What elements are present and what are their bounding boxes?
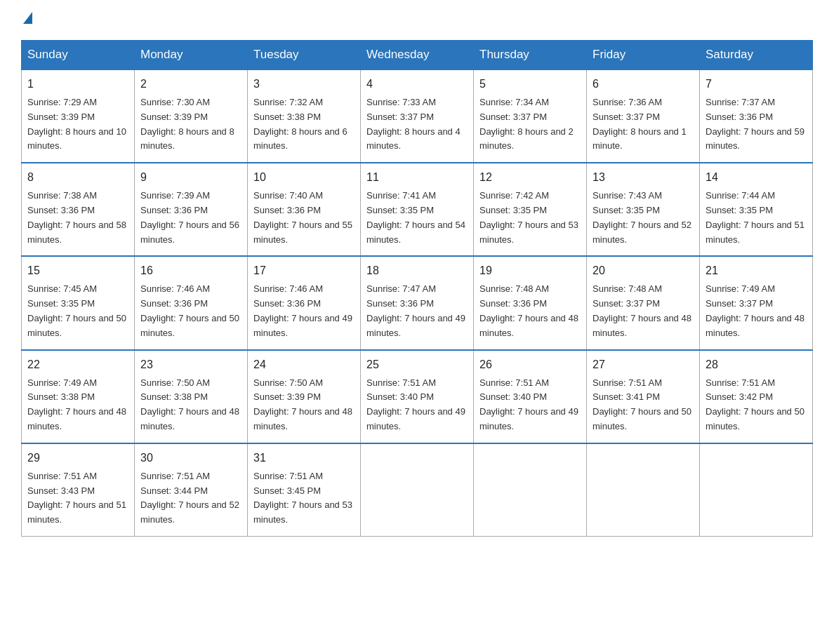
calendar-cell: 19Sunrise: 7:48 AMSunset: 3:36 PMDayligh…: [474, 256, 587, 349]
daylight-info: Daylight: 8 hours and 4 minutes.: [366, 126, 461, 152]
day-info: Sunrise: 7:47 AMSunset: 3:36 PMDaylight:…: [366, 282, 468, 340]
day-info: Sunrise: 7:46 AMSunset: 3:36 PMDaylight:…: [140, 282, 241, 340]
sunrise-info: Sunrise: 7:46 AM: [140, 283, 210, 294]
sunset-info: Sunset: 3:37 PM: [593, 112, 660, 122]
sunset-info: Sunset: 3:38 PM: [140, 391, 208, 402]
sunset-info: Sunset: 3:41 PM: [593, 391, 660, 402]
day-info: Sunrise: 7:33 AMSunset: 3:37 PMDaylight:…: [366, 95, 468, 154]
daylight-info: Daylight: 7 hours and 48 minutes.: [593, 313, 691, 338]
calendar-cell: [700, 443, 813, 537]
sunset-info: Sunset: 3:36 PM: [253, 205, 321, 215]
day-info: Sunrise: 7:32 AMSunset: 3:38 PMDaylight:…: [253, 95, 355, 154]
sunset-info: Sunset: 3:35 PM: [706, 205, 773, 215]
daylight-info: Daylight: 8 hours and 2 minutes.: [479, 126, 574, 152]
calendar-cell: 2Sunrise: 7:30 AMSunset: 3:39 PMDaylight…: [135, 69, 248, 163]
daylight-info: Daylight: 7 hours and 48 minutes.: [27, 406, 126, 431]
calendar-cell: 9Sunrise: 7:39 AMSunset: 3:36 PMDaylight…: [135, 163, 248, 256]
day-info: Sunrise: 7:49 AMSunset: 3:38 PMDaylight:…: [27, 376, 128, 434]
sunrise-info: Sunrise: 7:45 AM: [27, 283, 97, 294]
daylight-info: Daylight: 7 hours and 48 minutes.: [479, 313, 578, 338]
sunrise-info: Sunrise: 7:51 AM: [706, 377, 775, 388]
sunrise-info: Sunrise: 7:37 AM: [706, 97, 775, 107]
sunrise-info: Sunrise: 7:38 AM: [27, 190, 97, 201]
sunset-info: Sunset: 3:37 PM: [366, 112, 434, 122]
daylight-info: Daylight: 7 hours and 52 minutes.: [140, 499, 239, 525]
sunrise-info: Sunrise: 7:33 AM: [366, 97, 436, 107]
daylight-info: Daylight: 7 hours and 50 minutes.: [593, 406, 691, 431]
day-of-week-header: Friday: [587, 41, 700, 70]
sunrise-info: Sunrise: 7:34 AM: [479, 97, 549, 107]
sunset-info: Sunset: 3:42 PM: [706, 391, 773, 402]
sunrise-info: Sunrise: 7:51 AM: [140, 471, 210, 481]
day-info: Sunrise: 7:34 AMSunset: 3:37 PMDaylight:…: [479, 95, 581, 154]
day-info: Sunrise: 7:37 AMSunset: 3:36 PMDaylight:…: [706, 95, 807, 154]
daylight-info: Daylight: 7 hours and 50 minutes.: [27, 313, 126, 338]
daylight-info: Daylight: 8 hours and 1 minute.: [593, 126, 687, 152]
day-info: Sunrise: 7:51 AMSunset: 3:44 PMDaylight:…: [140, 469, 241, 528]
day-info: Sunrise: 7:48 AMSunset: 3:37 PMDaylight:…: [593, 282, 694, 340]
day-of-week-header: Monday: [135, 41, 248, 70]
day-number: 12: [479, 169, 581, 186]
daylight-info: Daylight: 7 hours and 50 minutes.: [140, 313, 239, 338]
calendar-cell: 8Sunrise: 7:38 AMSunset: 3:36 PMDaylight…: [22, 163, 135, 256]
calendar-cell: 14Sunrise: 7:44 AMSunset: 3:35 PMDayligh…: [700, 163, 813, 256]
sunset-info: Sunset: 3:36 PM: [479, 298, 547, 309]
daylight-info: Daylight: 7 hours and 49 minutes.: [479, 406, 578, 431]
sunrise-info: Sunrise: 7:50 AM: [253, 377, 323, 388]
daylight-info: Daylight: 7 hours and 51 minutes.: [27, 499, 126, 525]
daylight-info: Daylight: 7 hours and 53 minutes.: [253, 499, 352, 525]
day-number: 20: [593, 262, 694, 279]
sunrise-info: Sunrise: 7:36 AM: [593, 97, 662, 107]
calendar-cell: 11Sunrise: 7:41 AMSunset: 3:35 PMDayligh…: [361, 163, 474, 256]
calendar-week-row: 1Sunrise: 7:29 AMSunset: 3:39 PMDaylight…: [22, 69, 813, 163]
daylight-info: Daylight: 7 hours and 50 minutes.: [706, 406, 805, 431]
sunrise-info: Sunrise: 7:51 AM: [253, 471, 323, 481]
day-of-week-header: Sunday: [22, 41, 135, 70]
sunrise-info: Sunrise: 7:41 AM: [366, 190, 436, 201]
day-of-week-header: Thursday: [474, 41, 587, 70]
day-info: Sunrise: 7:51 AMSunset: 3:41 PMDaylight:…: [593, 376, 694, 434]
sunset-info: Sunset: 3:43 PM: [27, 485, 95, 496]
day-number: 7: [706, 76, 807, 93]
day-number: 2: [140, 76, 241, 93]
calendar-cell: 1Sunrise: 7:29 AMSunset: 3:39 PMDaylight…: [22, 69, 135, 163]
sunset-info: Sunset: 3:45 PM: [253, 485, 321, 496]
daylight-info: Daylight: 7 hours and 48 minutes.: [140, 406, 239, 431]
sunrise-info: Sunrise: 7:39 AM: [140, 190, 210, 201]
calendar-cell: 24Sunrise: 7:50 AMSunset: 3:39 PMDayligh…: [248, 350, 361, 443]
calendar-cell: [587, 443, 700, 537]
sunset-info: Sunset: 3:38 PM: [253, 112, 321, 122]
sunrise-info: Sunrise: 7:49 AM: [27, 377, 97, 388]
day-info: Sunrise: 7:51 AMSunset: 3:43 PMDaylight:…: [27, 469, 128, 528]
calendar-cell: 15Sunrise: 7:45 AMSunset: 3:35 PMDayligh…: [22, 256, 135, 349]
calendar-cell: 31Sunrise: 7:51 AMSunset: 3:45 PMDayligh…: [248, 443, 361, 537]
calendar-cell: 27Sunrise: 7:51 AMSunset: 3:41 PMDayligh…: [587, 350, 700, 443]
calendar-cell: 12Sunrise: 7:42 AMSunset: 3:35 PMDayligh…: [474, 163, 587, 256]
sunset-info: Sunset: 3:40 PM: [366, 391, 434, 402]
calendar-cell: 30Sunrise: 7:51 AMSunset: 3:44 PMDayligh…: [135, 443, 248, 537]
day-number: 15: [27, 262, 128, 279]
sunrise-info: Sunrise: 7:32 AM: [253, 97, 323, 107]
calendar-cell: 25Sunrise: 7:51 AMSunset: 3:40 PMDayligh…: [361, 350, 474, 443]
calendar-week-row: 15Sunrise: 7:45 AMSunset: 3:35 PMDayligh…: [22, 256, 813, 349]
day-number: 16: [140, 262, 241, 279]
day-info: Sunrise: 7:50 AMSunset: 3:39 PMDaylight:…: [253, 376, 355, 434]
sunrise-info: Sunrise: 7:48 AM: [479, 283, 549, 294]
sunset-info: Sunset: 3:36 PM: [366, 298, 434, 309]
calendar-cell: 18Sunrise: 7:47 AMSunset: 3:36 PMDayligh…: [361, 256, 474, 349]
logo: [21, 14, 32, 27]
sunset-info: Sunset: 3:39 PM: [27, 112, 95, 122]
daylight-info: Daylight: 7 hours and 54 minutes.: [366, 220, 465, 245]
sunrise-info: Sunrise: 7:51 AM: [593, 377, 662, 388]
sunset-info: Sunset: 3:36 PM: [27, 205, 95, 215]
day-number: 31: [253, 450, 355, 467]
sunset-info: Sunset: 3:40 PM: [479, 391, 547, 402]
day-of-week-header: Saturday: [700, 41, 813, 70]
day-info: Sunrise: 7:51 AMSunset: 3:42 PMDaylight:…: [706, 376, 807, 434]
day-of-week-header: Tuesday: [248, 41, 361, 70]
day-number: 8: [27, 169, 128, 186]
day-info: Sunrise: 7:48 AMSunset: 3:36 PMDaylight:…: [479, 282, 581, 340]
calendar-week-row: 29Sunrise: 7:51 AMSunset: 3:43 PMDayligh…: [22, 443, 813, 537]
day-of-week-header: Wednesday: [361, 41, 474, 70]
calendar-week-row: 8Sunrise: 7:38 AMSunset: 3:36 PMDaylight…: [22, 163, 813, 256]
